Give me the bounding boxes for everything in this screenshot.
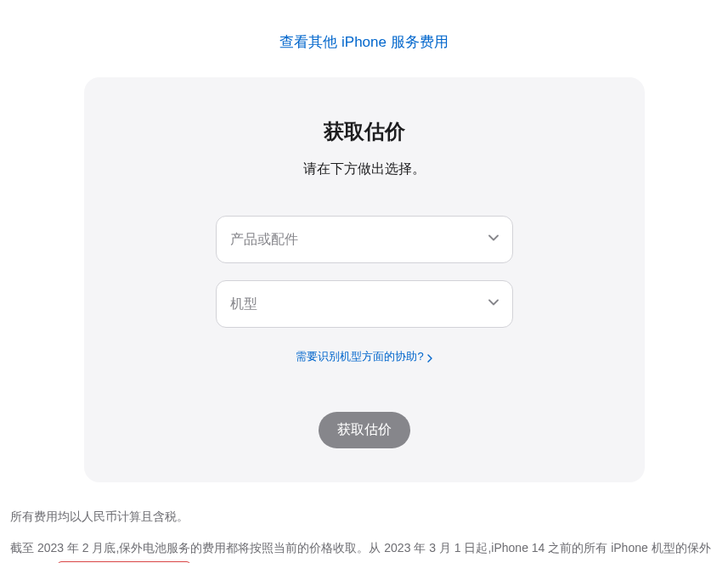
product-select-placeholder: 产品或配件: [230, 231, 298, 249]
disclaimer-line-2-before: 截至 2023 年 2 月底,保外电池服务的费用都将按照当前的价格收取。从 20…: [10, 541, 711, 563]
top-link-container: 查看其他 iPhone 服务费用: [0, 0, 728, 77]
other-services-link[interactable]: 查看其他 iPhone 服务费用: [279, 34, 448, 50]
help-link-container: 需要识别机型方面的协助?: [118, 348, 611, 364]
disclaimer-section: 所有费用均以人民币计算且含税。 截至 2023 年 2 月底,保外电池服务的费用…: [10, 506, 718, 563]
chevron-down-icon: [488, 299, 499, 309]
disclaimer-line-2: 截至 2023 年 2 月底,保外电池服务的费用都将按照当前的价格收取。从 20…: [10, 538, 718, 563]
get-estimate-button[interactable]: 获取估价: [319, 412, 410, 448]
card-title: 获取估价: [118, 118, 611, 145]
help-link-label: 需要识别机型方面的协助?: [296, 349, 423, 364]
product-select[interactable]: 产品或配件: [216, 216, 513, 263]
card-subtitle: 请在下方做出选择。: [118, 160, 611, 178]
model-select-wrapper: 机型: [216, 280, 513, 328]
chevron-right-icon: [427, 352, 432, 361]
model-select[interactable]: 机型: [216, 280, 513, 328]
model-select-placeholder: 机型: [230, 296, 257, 313]
identify-model-help-link[interactable]: 需要识别机型方面的协助?: [296, 349, 432, 364]
estimate-card: 获取估价 请在下方做出选择。 产品或配件 机型 需要识别机型方面的协助?: [84, 77, 645, 482]
product-select-wrapper: 产品或配件: [216, 216, 513, 263]
disclaimer-line-1: 所有费用均以人民币计算且含税。: [10, 506, 718, 527]
chevron-down-icon: [488, 234, 499, 245]
